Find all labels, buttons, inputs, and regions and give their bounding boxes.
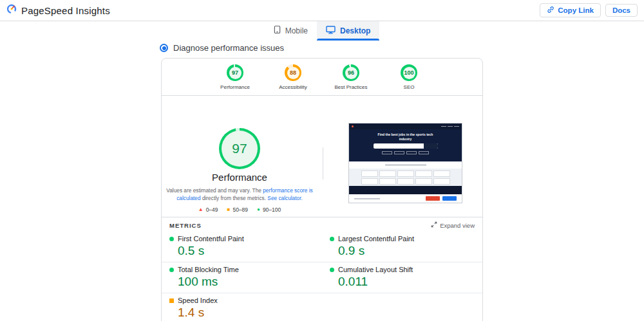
best-practices-score: 96 — [345, 67, 357, 79]
average-square-icon — [169, 298, 174, 303]
tab-desktop-label: Desktop — [340, 26, 370, 35]
mobile-phone-icon — [274, 25, 281, 36]
app-header: PageSpeed Insights Copy Link Docs — [0, 0, 644, 21]
metric-cumulative-layout-shift: Cumulative Layout Shift 0.011 — [322, 262, 482, 293]
performance-preview: 97 Performance Values are estimated and … — [162, 96, 482, 217]
metric-name-row: Cumulative Layout Shift — [330, 266, 475, 273]
metric-name: Total Blocking Time — [178, 266, 239, 273]
see-calculator-link[interactable]: See calculator. — [267, 195, 302, 201]
docs-label: Docs — [612, 6, 630, 14]
good-circle-icon: ● — [257, 207, 260, 212]
desktop-monitor-icon — [326, 26, 336, 36]
report-main: Diagnose performance issues 97 Performan… — [161, 43, 483, 321]
preview-divider — [323, 147, 323, 179]
metric-speed-index: Speed Index 1.4 s — [162, 293, 322, 321]
category-best-practices[interactable]: 96 Best Practices — [327, 64, 375, 90]
seo-gauge: 100 — [401, 64, 417, 81]
copy-link-button[interactable]: Copy Link — [540, 3, 601, 17]
average-square-icon: ■ — [227, 207, 231, 212]
good-circle-icon — [169, 237, 174, 241]
thumbnail-footer — [349, 186, 462, 194]
app-title: PageSpeed Insights — [21, 5, 110, 16]
device-tabbar: Mobile Desktop — [0, 21, 644, 41]
poor-triangle-icon: ▲ — [198, 207, 204, 212]
category-label: Performance — [220, 84, 250, 90]
metric-name-row: First Contentful Paint — [169, 235, 314, 243]
seo-score: 100 — [403, 67, 415, 79]
performance-section-title: Performance — [162, 172, 317, 183]
performance-score: 97 — [229, 67, 242, 79]
link-icon — [547, 6, 554, 15]
docs-button[interactable]: Docs — [605, 4, 638, 17]
thumbnail-card-grid — [349, 169, 462, 186]
tab-mobile[interactable]: Mobile — [265, 21, 317, 41]
metrics-grid: First Contentful Paint 0.5 s Largest Con… — [162, 232, 482, 321]
diagnose-row: Diagnose performance issues — [160, 43, 483, 53]
diagnose-radio-icon[interactable] — [160, 44, 168, 52]
best-practices-gauge: 96 — [343, 64, 359, 81]
metric-largest-contentful-paint: Largest Contentful Paint 0.9 s — [322, 232, 482, 262]
thumbnail-filter-chips — [382, 151, 429, 154]
score-disclaimer: Values are estimated and may vary. The p… — [164, 187, 315, 203]
category-performance[interactable]: 97 Performance — [211, 64, 260, 90]
diagnose-label: Diagnose performance issues — [173, 43, 284, 53]
metrics-header: METRICS Expand view — [162, 217, 482, 232]
thumbnail-band — [349, 161, 462, 169]
category-scores: 97 Performance 88 Accessibility 96 Best … — [162, 59, 482, 96]
metric-value: 0.5 s — [178, 244, 314, 257]
thumbnail-heading: Find the best jobs in the sports tech in… — [376, 133, 435, 142]
thumbnail-hero: Find the best jobs in the sports tech in… — [349, 129, 462, 161]
expand-view-button[interactable]: Expand view — [431, 221, 475, 229]
report-card: 97 Performance 88 Accessibility 96 Best … — [161, 58, 483, 321]
metric-name: First Contentful Paint — [178, 235, 244, 243]
disclaimer-text: Values are estimated and may vary. The — [166, 187, 263, 194]
metric-name: Cumulative Layout Shift — [338, 266, 413, 273]
pagespeed-logo-icon — [6, 4, 17, 17]
category-accessibility[interactable]: 88 Accessibility — [269, 64, 317, 90]
tab-mobile-label: Mobile — [285, 26, 308, 35]
legend-good: ● 90–100 — [257, 206, 281, 213]
metric-name: Largest Contentful Paint — [338, 235, 414, 243]
accessibility-gauge: 88 — [285, 64, 301, 81]
metric-value: 0.011 — [338, 275, 475, 288]
category-seo[interactable]: 100 SEO — [384, 64, 433, 90]
legend-average: ■ 50–89 — [227, 206, 248, 213]
performance-score-gauge: 97 — [219, 128, 260, 169]
tab-desktop[interactable]: Desktop — [317, 21, 379, 41]
good-circle-icon — [169, 268, 174, 272]
category-label: Best Practices — [334, 84, 367, 90]
metric-value: 1.4 s — [178, 306, 314, 319]
copy-link-label: Copy Link — [558, 6, 594, 14]
metric-value: 100 ms — [178, 275, 314, 288]
metric-value: 0.9 s — [338, 244, 475, 257]
legend-good-range: 90–100 — [263, 206, 281, 213]
legend-poor-range: 0–49 — [206, 206, 218, 213]
thumbnail-navbar — [349, 124, 462, 129]
header-actions: Copy Link Docs — [540, 3, 638, 17]
page-thumbnail[interactable]: Find the best jobs in the sports tech in… — [348, 123, 462, 203]
good-circle-icon — [330, 268, 334, 272]
metric-name-row: Largest Contentful Paint — [330, 235, 475, 243]
metric-empty-cell — [322, 293, 482, 321]
app-logo[interactable]: PageSpeed Insights — [6, 4, 110, 17]
category-label: SEO — [404, 84, 415, 90]
score-legend: ▲ 0–49 ■ 50–89 ● 90–100 — [162, 206, 317, 213]
metric-name-row: Speed Index — [169, 297, 314, 304]
metrics-title: METRICS — [169, 222, 202, 229]
expand-icon — [431, 221, 437, 229]
metric-total-blocking-time: Total Blocking Time 100 ms — [162, 262, 322, 293]
legend-poor: ▲ 0–49 — [198, 206, 218, 213]
thumbnail-accept-button — [442, 196, 457, 201]
legend-average-range: 50–89 — [232, 206, 248, 213]
disclaimer-text: directly from these metrics. — [201, 195, 268, 201]
performance-gauge: 97 — [227, 64, 243, 81]
metric-name: Speed Index — [178, 297, 218, 304]
metric-name-row: Total Blocking Time — [169, 266, 314, 273]
expand-view-label: Expand view — [440, 222, 475, 229]
thumbnail-searchbar — [374, 143, 438, 149]
category-label: Accessibility — [279, 84, 307, 90]
metric-first-contentful-paint: First Contentful Paint 0.5 s — [162, 232, 322, 262]
performance-score-value: 97 — [222, 131, 258, 167]
accessibility-score: 88 — [287, 67, 299, 79]
thumbnail-cookie-banner — [349, 194, 462, 203]
